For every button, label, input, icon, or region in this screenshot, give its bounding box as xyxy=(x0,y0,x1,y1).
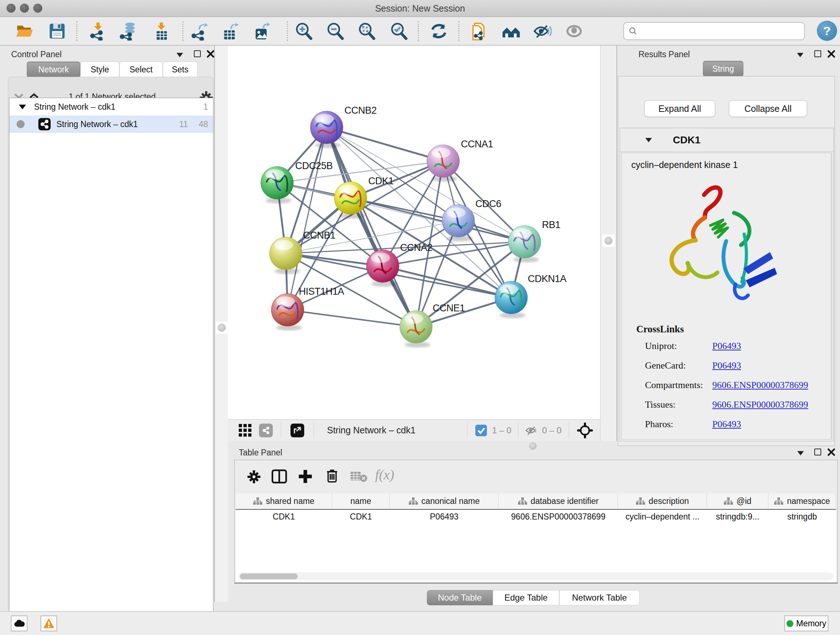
node-CDKN1A[interactable]: CDKN1A xyxy=(495,273,567,318)
node-RB1[interactable]: RB1 xyxy=(508,219,561,263)
node-CCNB2[interactable]: CCNB2 xyxy=(310,105,377,148)
column-header-database-identifier[interactable]: database identifier xyxy=(499,494,618,509)
table-cell[interactable]: CDK1 xyxy=(332,510,390,524)
delete-table-icon[interactable] xyxy=(350,470,368,483)
node-result-header[interactable]: CDK1 xyxy=(620,128,834,152)
control-panel-float-icon[interactable] xyxy=(194,50,201,57)
hidden-eye-slash-icon[interactable] xyxy=(525,424,538,436)
node-result-expander-icon[interactable] xyxy=(645,138,652,142)
column-header-description[interactable]: description xyxy=(618,494,707,509)
results-panel-close-icon[interactable] xyxy=(827,50,836,58)
table-cell[interactable]: 9606.ENSP00000378699 xyxy=(499,510,618,524)
hide-selected-icon[interactable] xyxy=(531,20,554,42)
footer-separator xyxy=(467,423,467,439)
delete-column-icon[interactable] xyxy=(324,467,340,484)
clone-network-icon[interactable] xyxy=(469,20,491,42)
import-table-from-file-icon[interactable] xyxy=(150,20,172,42)
node-HIST1H1A[interactable]: HIST1H1A xyxy=(271,286,344,331)
table-cell[interactable]: stringdb xyxy=(768,510,836,524)
control-panel-close-icon[interactable] xyxy=(206,50,215,58)
export-network-icon[interactable] xyxy=(188,20,210,42)
network-row[interactable]: String Network – cdk1 11 48 xyxy=(9,116,213,133)
search-input[interactable] xyxy=(638,27,797,36)
crosslink-link[interactable]: 9606.ENSP00000378699 xyxy=(712,380,808,391)
left-splitter-handle[interactable] xyxy=(216,321,228,334)
fit-selected-crosshair-icon[interactable] xyxy=(577,423,593,439)
table-panel-menu-icon[interactable] xyxy=(797,451,804,455)
edge-CCNB2-HIST1H1A[interactable] xyxy=(287,127,327,310)
warnings-button[interactable] xyxy=(41,616,57,631)
export-image-icon[interactable] xyxy=(251,20,273,42)
table-cell[interactable]: CDK1 xyxy=(235,510,332,524)
tab-edge-table[interactable]: Edge Table xyxy=(493,590,559,605)
edge-HIST1H1A-CCNE1[interactable] xyxy=(287,310,416,327)
column-header-canonical-name[interactable]: canonical name xyxy=(390,494,499,509)
crosslink-link[interactable]: P06493 xyxy=(712,419,741,430)
control-panel-menu-icon[interactable] xyxy=(177,53,183,57)
results-panel-float-icon[interactable] xyxy=(814,50,821,57)
column-header-shared-name[interactable]: shared name xyxy=(235,494,332,509)
table-panel-close-icon[interactable] xyxy=(827,448,836,456)
node-CCNA1[interactable]: CCNA1 xyxy=(427,139,493,182)
table-settings-gear-icon[interactable] xyxy=(246,469,262,485)
network-canvas[interactable]: CCNB2CCNA1CDC25BCDK1CDC6RB1CCNB1CCNA2CDK… xyxy=(228,46,600,419)
left-splitter[interactable] xyxy=(214,46,228,602)
tab-sets[interactable]: Sets xyxy=(163,62,197,78)
table-hscrollbar[interactable] xyxy=(238,572,833,580)
show-columns-icon[interactable] xyxy=(271,468,287,485)
crosslink-link[interactable]: P06493 xyxy=(712,360,741,371)
tab-select[interactable]: Select xyxy=(119,62,163,78)
tab-string[interactable]: String xyxy=(703,61,744,77)
detach-view-icon[interactable] xyxy=(291,424,304,437)
refresh-view-icon[interactable] xyxy=(428,20,450,42)
memory-button[interactable]: Memory xyxy=(784,616,829,631)
import-network-from-database-icon[interactable] xyxy=(117,20,140,42)
zoom-selected-icon[interactable] xyxy=(388,20,410,42)
table-cell[interactable]: stringdb:9... xyxy=(707,510,768,524)
network-collection-row[interactable]: String Network – cdk1 1 xyxy=(9,98,213,116)
table-panel-float-icon[interactable] xyxy=(814,448,821,455)
search-field[interactable] xyxy=(623,22,805,40)
crosslink-link[interactable]: P06493 xyxy=(712,340,741,352)
open-session-icon[interactable] xyxy=(13,20,36,42)
table-hscrollbar-thumb[interactable] xyxy=(240,573,298,579)
node-CDC25B[interactable]: CDC25B xyxy=(261,160,333,203)
zoom-fit-content-icon[interactable] xyxy=(355,20,378,42)
right-splitter-handle[interactable] xyxy=(602,234,615,247)
tab-node-table[interactable]: Node Table xyxy=(427,590,493,605)
node-CCNE1[interactable]: CCNE1 xyxy=(400,302,465,348)
edge-CCNB2-CCNE1[interactable] xyxy=(327,127,416,327)
zoom-in-icon[interactable] xyxy=(293,20,315,42)
first-neighbors-icon[interactable] xyxy=(500,20,523,42)
shared-column-icon xyxy=(409,497,418,506)
results-panel-menu-icon[interactable] xyxy=(797,53,804,57)
birds-eye-view-icon[interactable] xyxy=(238,423,253,438)
table-row[interactable]: CDK1CDK1P064939606.ENSP00000378699cyclin… xyxy=(235,510,836,524)
zoom-out-icon[interactable] xyxy=(324,20,347,42)
collapse-all-button[interactable]: Collapse All xyxy=(729,100,807,117)
expand-all-button[interactable]: Expand All xyxy=(644,100,715,117)
crosslink-link[interactable]: 9606.ENSP00000378699 xyxy=(712,399,808,410)
column-header--id[interactable]: @id xyxy=(707,494,768,509)
table-cell[interactable]: cyclin–dependent ... xyxy=(618,510,707,524)
selected-checkbox-icon[interactable] xyxy=(475,424,487,436)
cloud-button[interactable] xyxy=(11,616,27,631)
function-builder-icon[interactable]: f(x) xyxy=(375,467,394,483)
node-table[interactable]: shared namenamecanonical namedatabase id… xyxy=(235,494,836,583)
right-splitter[interactable] xyxy=(600,46,617,441)
column-header-name[interactable]: name xyxy=(332,494,390,509)
table-cell[interactable]: P06493 xyxy=(390,510,499,524)
save-session-icon[interactable] xyxy=(46,20,68,42)
add-column-icon[interactable] xyxy=(297,468,314,485)
tab-network-table[interactable]: Network Table xyxy=(559,590,639,605)
show-all-icon[interactable] xyxy=(563,20,585,42)
export-table-icon[interactable] xyxy=(219,20,242,42)
help-button[interactable]: ? xyxy=(817,21,837,41)
collection-expander-icon[interactable] xyxy=(19,105,26,109)
node-CDC6[interactable]: CDC6 xyxy=(442,198,501,241)
column-header-namespace[interactable]: namespace xyxy=(768,494,836,509)
tab-style[interactable]: Style xyxy=(80,62,119,78)
network-overview-share-icon[interactable] xyxy=(259,424,273,437)
tab-network[interactable]: Network xyxy=(27,62,80,78)
import-network-from-file-icon[interactable] xyxy=(87,20,109,42)
